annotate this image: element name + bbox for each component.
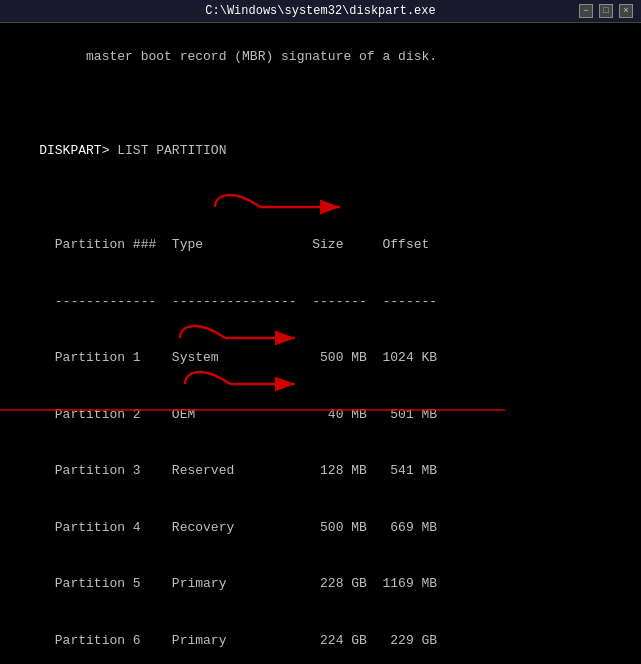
- partition-4: Partition 4 Recovery 500 MB 669 MB: [39, 520, 437, 535]
- title-bar: C:\Windows\system32\diskpart.exe − □ ×: [0, 0, 641, 23]
- close-button[interactable]: ×: [619, 4, 633, 18]
- terminal-body[interactable]: master boot record (MBR) signature of a …: [0, 23, 641, 664]
- partition-2: Partition 2 OEM 40 MB 501 MB: [39, 407, 437, 422]
- title-bar-buttons: − □ ×: [579, 4, 633, 18]
- line-1: master boot record (MBR) signature of a …: [39, 49, 437, 64]
- minimize-button[interactable]: −: [579, 4, 593, 18]
- line-list-partition: DISKPART> LIST PARTITION: [39, 143, 226, 158]
- partition-5: Partition 5 Primary 228 GB 1169 MB: [39, 576, 437, 591]
- partition-6: Partition 6 Primary 224 GB 229 GB: [39, 633, 437, 648]
- partition-3: Partition 3 Reserved 128 MB 541 MB: [39, 463, 437, 478]
- partition-header: Partition ### Type Size Offset: [39, 237, 429, 252]
- partition-1: Partition 1 System 500 MB 1024 KB: [39, 350, 437, 365]
- window-title: C:\Windows\system32\diskpart.exe: [205, 4, 435, 18]
- partition-divider: ------------- ---------------- ------- -…: [39, 294, 437, 309]
- window: C:\Windows\system32\diskpart.exe − □ × m…: [0, 0, 641, 664]
- maximize-button[interactable]: □: [599, 4, 613, 18]
